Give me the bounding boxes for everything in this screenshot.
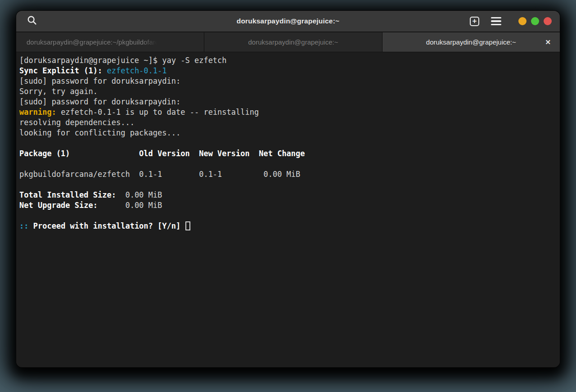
package-table-header: Package (1) Old Version New Version Net … <box>19 149 557 159</box>
terminal-window: doruksarpaydin@grapejuice:~ + doruksarpa… <box>16 11 560 367</box>
minimize-button[interactable] <box>518 17 526 25</box>
maximize-button[interactable] <box>531 17 539 25</box>
new-tab-button[interactable]: + <box>470 17 479 26</box>
package-link: ezfetch-0.1-1 <box>107 66 166 75</box>
window-buttons <box>518 17 552 25</box>
tab-label: doruksarpaydin@grapejuice:~/pkgbuildofar… <box>27 38 158 46</box>
tab-label: doruksarpaydin@grapejuice:~ <box>248 38 338 46</box>
terminal-cursor <box>185 221 190 230</box>
terminal-blank-line <box>19 180 557 190</box>
tab-close-button[interactable]: ✕ <box>543 37 553 47</box>
window-title: doruksarpaydin@grapejuice:~ <box>237 17 340 25</box>
terminal-line: resolving dependencies... <box>19 117 557 128</box>
titlebar-controls: + <box>470 17 552 26</box>
prompt-line: :: Proceed with installation? [Y/n] <box>19 221 557 231</box>
tab-bar: doruksarpaydin@grapejuice:~/pkgbuildofar… <box>16 32 560 52</box>
terminal-blank-line <box>19 159 557 169</box>
new-tab-icon: + <box>470 17 479 26</box>
terminal-warning-line: warning: ezfetch-0.1-1 is up to date -- … <box>19 107 557 117</box>
total-size-line: Total Installed Size: 0.00 MiB <box>19 190 557 200</box>
hamburger-icon <box>491 17 501 26</box>
terminal-line: [sudo] password for doruksarpaydin: <box>19 97 557 107</box>
terminal-line: [doruksarpaydin@grapejuice ~]$ yay -S ez… <box>19 55 557 66</box>
tab-label: doruksarpaydin@grapejuice:~ <box>426 38 516 46</box>
terminal-line: Sorry, try again. <box>19 86 557 97</box>
tab-pkgbuild[interactable]: doruksarpaydin@grapejuice:~/pkgbuildofar… <box>16 32 204 52</box>
terminal-blank-line <box>19 138 557 149</box>
package-table-row: pkgbuildofarcana/ezfetch 0.1-1 0.1-1 0.0… <box>19 169 557 180</box>
titlebar: doruksarpaydin@grapejuice:~ + <box>16 11 560 32</box>
terminal-screen[interactable]: [doruksarpaydin@grapejuice ~]$ yay -S ez… <box>16 52 560 367</box>
tab-home-1[interactable]: doruksarpaydin@grapejuice:~ <box>204 32 382 52</box>
terminal-line: Sync Explicit (1): ezfetch-0.1-1 <box>19 66 557 76</box>
terminal-line: [sudo] password for doruksarpaydin: <box>19 76 557 86</box>
search-button[interactable] <box>24 14 40 29</box>
terminal-blank-line <box>19 211 557 221</box>
search-icon <box>27 15 37 27</box>
close-button[interactable] <box>544 17 552 25</box>
net-size-line: Net Upgrade Size: 0.00 MiB <box>19 200 557 211</box>
tab-home-2-active[interactable]: doruksarpaydin@grapejuice:~ ✕ <box>382 32 560 52</box>
menu-button[interactable] <box>491 17 501 26</box>
close-icon: ✕ <box>545 38 551 46</box>
terminal-line: looking for conflicting packages... <box>19 128 557 138</box>
